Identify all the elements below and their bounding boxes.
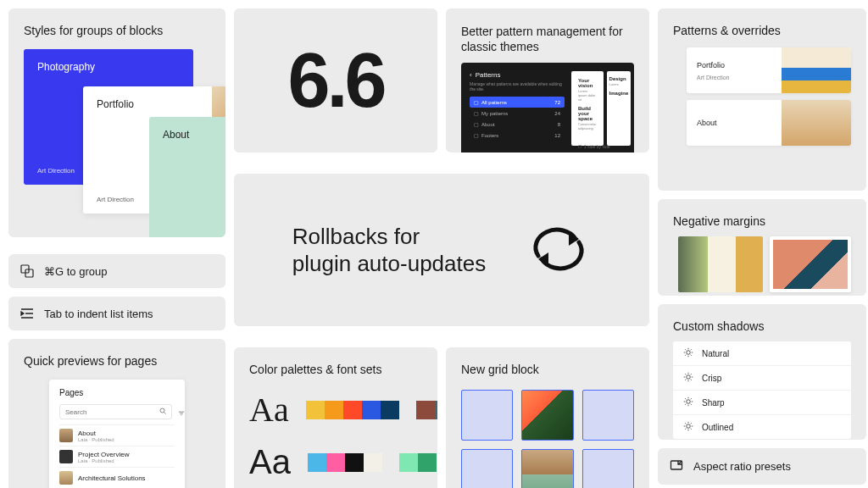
shadow-label: Sharp <box>702 398 725 408</box>
rollback-text: Rollbacks for plugin auto-updates <box>292 223 486 278</box>
palette-row-2b[interactable] <box>399 453 437 472</box>
block-portfolio-label: Portfolio <box>97 98 134 110</box>
block-about-label: About <box>163 129 189 141</box>
art-direction-tag: Art Direction <box>97 196 134 203</box>
font-sample-sans: Aa <box>249 443 291 481</box>
grid-block-card: New grid block <box>446 347 649 488</box>
shadow-item[interactable]: Crisp <box>673 366 851 391</box>
styles-title: Styles for groups of blocks <box>24 24 210 37</box>
shadow-item[interactable]: Sharp <box>673 391 851 415</box>
palette-row-1[interactable] <box>306 401 399 419</box>
po-thumb <box>782 47 851 93</box>
pages-search[interactable] <box>59 404 172 419</box>
styles-card: Styles for groups of blocks Photography … <box>8 8 225 237</box>
negative-margins-card: Negative margins <box>658 199 866 296</box>
grid-cell[interactable] <box>461 390 513 441</box>
shadow-label: Natural <box>702 349 729 358</box>
shadow-item[interactable]: Natural <box>673 341 851 366</box>
page-row[interactable]: Project Overview Laia · Published <box>59 446 175 467</box>
po-label: About <box>697 119 771 127</box>
aspect-ratio-icon <box>670 458 683 474</box>
group-shortcut-pill: ⌘G to group <box>8 254 225 288</box>
shadow-label: Crisp <box>702 374 721 383</box>
svg-point-5 <box>687 400 691 404</box>
color-swatch[interactable] <box>418 453 437 472</box>
pattern-item-my[interactable]: ▢My patterns 24 <box>470 108 565 119</box>
page-thumb <box>59 471 73 485</box>
pattern-item-about[interactable]: ▢About 8 <box>470 119 565 130</box>
indent-icon <box>20 307 34 320</box>
sun-icon <box>683 396 693 408</box>
preview-text: Consectetur adipiscing <box>578 123 597 131</box>
pattern-override-item[interactable]: About <box>687 100 851 146</box>
sun-icon <box>683 421 693 433</box>
pattern-sidebar-desc: Manage what patterns are available when … <box>470 81 565 92</box>
pattern-item-footers[interactable]: ▢Footers 12 <box>470 130 565 141</box>
art-direction-tag: Art Direction <box>37 167 75 175</box>
page-meta: Laia · Published <box>78 437 114 442</box>
pattern-previews: Your vision Lorem ipsum dolor sit Build … <box>571 71 631 146</box>
palette-row-1b[interactable] <box>416 401 437 419</box>
page-meta: Laia · Published <box>78 458 129 463</box>
block-about[interactable]: About <box>149 117 225 237</box>
pages-heading: Pages <box>59 388 175 397</box>
pattern-override-list: Portfolio Art Direction About <box>673 47 851 146</box>
pattern-override-item[interactable]: Portfolio Art Direction <box>687 47 851 93</box>
sun-icon <box>683 372 693 384</box>
group-icon <box>20 264 34 278</box>
right-column: Patterns & overrides Portfolio Art Direc… <box>658 8 866 488</box>
block-photography-label: Photography <box>37 61 95 73</box>
preview-heading: Your vision <box>578 78 597 88</box>
folder-icon: ▢ <box>474 99 479 105</box>
page-name: Project Overview <box>78 451 129 458</box>
shadow-item[interactable]: Outlined <box>673 415 851 439</box>
pattern-item-all[interactable]: ▢All patterns 72 <box>470 97 565 108</box>
color-swatch[interactable] <box>435 401 437 419</box>
patterns-overrides-title: Patterns & overrides <box>673 24 851 37</box>
color-swatch[interactable] <box>399 453 418 472</box>
grid-cell[interactable] <box>582 390 634 441</box>
pattern-preview[interactable]: Your vision Lorem ipsum dolor sit Build … <box>571 71 604 146</box>
neg-img-a <box>678 236 763 292</box>
sun-icon <box>683 347 693 359</box>
pattern-sidebar: ‹ Patterns Manage what patterns are avai… <box>470 71 565 146</box>
pattern-preview[interactable]: Design Lorem Imagine <box>607 71 632 146</box>
negative-margins-images <box>673 236 851 292</box>
preview-text: Lorem ipsum dolor sit <box>578 90 597 102</box>
pattern-sidebar-title: Patterns <box>476 71 501 79</box>
negative-margins-title: Negative margins <box>673 214 851 228</box>
color-swatch[interactable] <box>325 401 343 419</box>
color-swatch[interactable] <box>416 401 435 419</box>
version-card: 6.6 <box>234 8 437 152</box>
color-swatch[interactable] <box>381 401 399 419</box>
grid-cell-image[interactable] <box>521 449 573 488</box>
sort-icon[interactable] <box>177 409 186 419</box>
pages-search-input[interactable] <box>65 408 154 416</box>
grid-cell-image[interactable] <box>521 390 573 441</box>
version-number: 6.6 <box>287 37 383 125</box>
font-palette-row: Aa <box>249 443 422 481</box>
chevron-left-icon[interactable]: ‹ <box>470 71 472 79</box>
color-swatch[interactable] <box>343 401 362 419</box>
palette-row-2[interactable] <box>308 453 382 472</box>
pattern-panel: ‹ Patterns Manage what patterns are avai… <box>461 63 634 152</box>
indent-shortcut-label: Tab to indent list items <box>44 308 153 320</box>
color-swatch[interactable] <box>362 401 381 419</box>
shadows-title: Custom shadows <box>673 319 851 333</box>
grid-cell[interactable] <box>461 449 513 488</box>
rollback-line1: Rollbacks for <box>292 223 486 251</box>
color-swatch[interactable] <box>326 453 345 472</box>
middle-column: 6.6 Better pattern management for classi… <box>234 8 649 488</box>
grid-cell[interactable] <box>582 449 634 488</box>
preview-heading: Imagine <box>609 91 629 96</box>
po-label: Portfolio <box>697 61 771 69</box>
color-swatch[interactable] <box>364 453 382 472</box>
color-swatch[interactable] <box>306 401 325 419</box>
page-row[interactable]: About Laia · Published <box>59 424 175 446</box>
palettes-title: Color palettes & font sets <box>249 363 422 376</box>
color-swatch[interactable] <box>308 453 326 472</box>
color-swatch[interactable] <box>345 453 364 472</box>
page-row[interactable]: Architectural Solutions <box>59 467 175 488</box>
pattern-item-label: About <box>481 122 495 127</box>
grid-block[interactable] <box>461 390 634 488</box>
